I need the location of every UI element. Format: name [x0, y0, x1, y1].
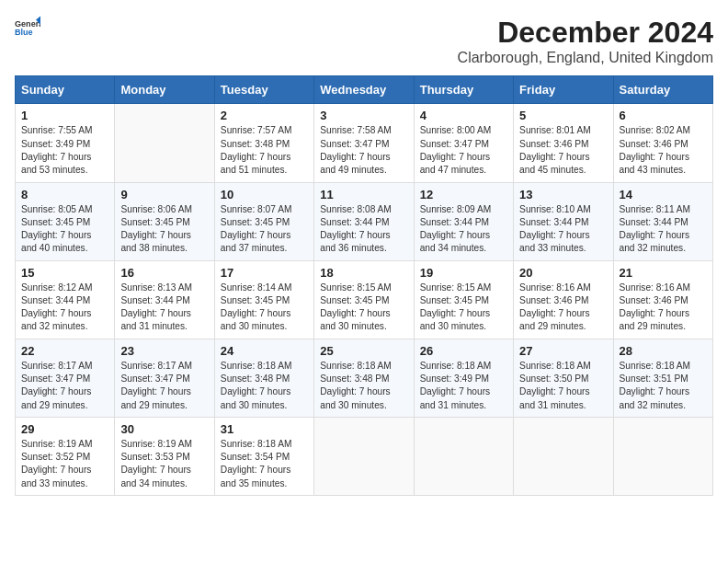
table-row: 30 Sunrise: 8:19 AM Sunset: 3:53 PM Dayl… [115, 417, 214, 495]
table-row: 13 Sunrise: 8:10 AM Sunset: 3:44 PM Dayl… [514, 182, 613, 260]
table-row: 21 Sunrise: 8:16 AM Sunset: 3:46 PM Dayl… [613, 260, 712, 339]
empty-cell [514, 417, 613, 495]
col-thursday: Thursday [414, 76, 513, 104]
table-row: 20 Sunrise: 8:16 AM Sunset: 3:46 PM Dayl… [514, 260, 613, 339]
week-row: 15 Sunrise: 8:12 AM Sunset: 3:44 PM Dayl… [16, 260, 713, 339]
empty-cell [414, 417, 513, 495]
empty-cell [314, 417, 414, 495]
table-row: 27 Sunrise: 8:18 AM Sunset: 3:50 PM Dayl… [514, 339, 613, 417]
table-row: 14 Sunrise: 8:11 AM Sunset: 3:44 PM Dayl… [613, 182, 712, 260]
logo: General Blue [15, 15, 40, 40]
logo-icon: General Blue [15, 15, 40, 40]
week-row: 22 Sunrise: 8:17 AM Sunset: 3:47 PM Dayl… [16, 339, 713, 417]
table-row: 17 Sunrise: 8:14 AM Sunset: 3:45 PM Dayl… [214, 260, 313, 339]
table-row: 4 Sunrise: 8:00 AM Sunset: 3:47 PM Dayli… [414, 104, 513, 182]
header-row: Sunday Monday Tuesday Wednesday Thursday… [16, 76, 713, 104]
table-row: 2 Sunrise: 7:57 AM Sunset: 3:48 PM Dayli… [214, 104, 313, 182]
col-friday: Friday [514, 76, 613, 104]
week-row: 8 Sunrise: 8:05 AM Sunset: 3:45 PM Dayli… [16, 182, 713, 260]
col-sunday: Sunday [16, 76, 115, 104]
table-row: 22 Sunrise: 8:17 AM Sunset: 3:47 PM Dayl… [16, 339, 115, 417]
table-row: 6 Sunrise: 8:02 AM Sunset: 3:46 PM Dayli… [613, 104, 712, 182]
table-row: 29 Sunrise: 8:19 AM Sunset: 3:52 PM Dayl… [16, 417, 115, 495]
table-row: 16 Sunrise: 8:13 AM Sunset: 3:44 PM Dayl… [115, 260, 214, 339]
page-title: December 2024 [458, 15, 713, 50]
table-row: 26 Sunrise: 8:18 AM Sunset: 3:49 PM Dayl… [414, 339, 513, 417]
table-row: 28 Sunrise: 8:18 AM Sunset: 3:51 PM Dayl… [613, 339, 712, 417]
title-section: December 2024 Clarborough, England, Unit… [458, 15, 713, 66]
header: General Blue December 2024 Clarborough, … [15, 15, 713, 66]
table-row: 10 Sunrise: 8:07 AM Sunset: 3:45 PM Dayl… [214, 182, 313, 260]
table-row: 3 Sunrise: 7:58 AM Sunset: 3:47 PM Dayli… [314, 104, 414, 182]
col-wednesday: Wednesday [314, 76, 414, 104]
table-row: 5 Sunrise: 8:01 AM Sunset: 3:46 PM Dayli… [514, 104, 613, 182]
page-subtitle: Clarborough, England, United Kingdom [458, 50, 713, 66]
week-row: 29 Sunrise: 8:19 AM Sunset: 3:52 PM Dayl… [16, 417, 713, 495]
table-row: 18 Sunrise: 8:15 AM Sunset: 3:45 PM Dayl… [314, 260, 414, 339]
table-row: 23 Sunrise: 8:17 AM Sunset: 3:47 PM Dayl… [115, 339, 214, 417]
empty-cell [613, 417, 712, 495]
table-row: 12 Sunrise: 8:09 AM Sunset: 3:44 PM Dayl… [414, 182, 513, 260]
table-row: 8 Sunrise: 8:05 AM Sunset: 3:45 PM Dayli… [16, 182, 115, 260]
col-saturday: Saturday [613, 76, 712, 104]
empty-cell [115, 104, 214, 182]
col-monday: Monday [115, 76, 214, 104]
table-row: 31 Sunrise: 8:18 AM Sunset: 3:54 PM Dayl… [214, 417, 313, 495]
table-row: 19 Sunrise: 8:15 AM Sunset: 3:45 PM Dayl… [414, 260, 513, 339]
table-row: 11 Sunrise: 8:08 AM Sunset: 3:44 PM Dayl… [314, 182, 414, 260]
svg-text:Blue: Blue [15, 28, 33, 37]
table-row: 9 Sunrise: 8:06 AM Sunset: 3:45 PM Dayli… [115, 182, 214, 260]
table-row: 15 Sunrise: 8:12 AM Sunset: 3:44 PM Dayl… [16, 260, 115, 339]
col-tuesday: Tuesday [214, 76, 313, 104]
table-row: 25 Sunrise: 8:18 AM Sunset: 3:48 PM Dayl… [314, 339, 414, 417]
week-row: 1 Sunrise: 7:55 AM Sunset: 3:49 PM Dayli… [16, 104, 713, 182]
table-row: 1 Sunrise: 7:55 AM Sunset: 3:49 PM Dayli… [16, 104, 115, 182]
table-row: 24 Sunrise: 8:18 AM Sunset: 3:48 PM Dayl… [214, 339, 313, 417]
calendar-table: Sunday Monday Tuesday Wednesday Thursday… [15, 75, 713, 496]
